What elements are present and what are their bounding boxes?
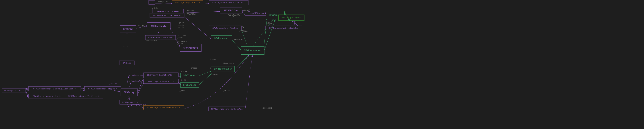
svg-text:SFXClusterHeap< T, Alloc >: SFXClusterHeap< T, Alloc > [68,95,100,97]
svg-line-64 [245,55,252,110]
svg-line-137 [26,89,28,89]
svg-line-5 [26,92,28,97]
svg-text:SFAArray: SFAArray [124,91,134,94]
svg-text:_distributer: _distributer [222,63,235,65]
svg-text:_dcontext: _dcontext [262,107,272,109]
svg-line-138 [26,90,28,96]
svg-text:_align: _align [266,23,272,25]
svg-text:_cache: _cache [180,71,187,73]
svg-text:SFYResponder: SFYResponder [244,49,261,52]
svg-text:SFXRGBColor::RGBRec: SFXRGBColor::RGBRec [156,11,180,13]
diagram-container: _buffer < CacheRecPtr > < NodeRecPtr > <… [0,0,644,129]
svg-text:_tracer: _tracer [190,67,197,69]
svg-text:SFXArray< CacheRecPtr >: SFXArray< CacheRecPtr > [147,74,175,76]
svg-text:SFYDistributer::ContextRec: SFYDistributer::ContextRec [211,108,242,110]
svg-text:_virtual: _virtual [177,35,186,37]
svg-text:SFYRenderer::ContextRec: SFYRenderer::ContextRec [153,15,181,17]
svg-text:_bound: _bound [239,30,246,32]
svg-text:_global: _global [178,22,185,24]
svg-text:T: T [151,2,152,4]
svg-text:SFXRGBColor: SFXRGBColor [224,9,238,12]
svg-line-4 [26,90,28,90]
svg-text:SFXArray< NodeRecPtr >: SFXArray< NodeRecPtr > [148,80,174,83]
svg-text:SFYTracer: SFYTracer [183,74,195,77]
svg-text:SFXArray< SFYResponderPtr >: SFXArray< SFYResponderPtr > [147,107,180,109]
svg-text:SFXRectangle: SFXRectangle [151,25,166,28]
svg-line-52 [232,40,241,51]
svg-text:_background: _background [227,14,239,16]
svg-text:< CacheRecPtr >: < CacheRecPtr > [129,75,145,77]
svg-text:_real: _real [177,37,183,39]
diagram-svg: _buffer < CacheRecPtr > < NodeRecPtr > <… [0,0,644,129]
svg-text:_node: _node [180,79,186,81]
svg-text:_rcontext: _rcontext [186,13,196,15]
svg-text:SFXGrid: SFXGrid [123,28,132,31]
svg-text:SFYImageWidget1: SFYImageWidget1 [282,17,301,19]
svg-text:_uclip: _uclip [177,27,184,29]
svg-text:SFXSize: SFXSize [122,62,131,64]
svg-line-54 [234,55,249,71]
svg-text:_renderer: _renderer [233,39,243,41]
svg-text:_buffer: _buffer [108,83,117,85]
svg-text:static_exception< SFCError >: static_exception< SFCError > [212,2,246,4]
svg-text:SFAClusterHeap< Alloc >: SFAClusterHeap< Alloc > [33,95,61,97]
svg-text:_child: _child [223,90,230,92]
svg-text:SFXArray< V >: SFXArray< V > [122,101,138,103]
svg-line-16 [138,82,144,94]
svg-text:SFYDistributer: SFYDistributer [214,68,232,70]
svg-text:_node: _node [179,90,185,92]
svg-text:render: render [187,10,194,12]
svg-text:SFAHeap< Alloc >: SFAHeap< Alloc > [4,90,24,92]
svg-text:SFAClusterHeap< SFODebugAlloca: SFAClusterHeap< SFODebugAllocator > [33,88,76,90]
svg-text:SFYResponder::FlagRec: SFYResponder::FlagRec [212,27,238,29]
svg-text:SFXClusterHeap< Uint32 >: SFXClusterHeap< Uint32 > [88,88,117,90]
svg-text:SFXGraphics: SFXGraphics [183,47,198,49]
svg-text:_utranslate: _utranslate [145,40,157,42]
svg-text:_size: _size [122,45,128,48]
svg-text:_origin: _origin [137,25,145,27]
svg-text:_exception: _exception [157,1,168,3]
svg-text:_tracer: _tracer [209,58,217,60]
svg-text:SFXGraphics::FontRec: SFXGraphics::FontRec [148,37,172,39]
svg-line-14 [138,76,144,93]
svg-text:SFYHandler: SFYHandler [183,84,196,86]
svg-text:_graphics: _graphics [177,41,187,43]
svg-text:_origin: _origin [150,7,158,9]
svg-text:_sclip: _sclip [177,24,184,26]
svg-text:static_exception< T >: static_exception< T > [175,2,200,4]
svg-text:SFYImageWidget::AlignRec: SFYImageWidget::AlignRec [269,27,298,29]
svg-line-43 [184,17,212,40]
svg-text:SFYRenderer: SFYRenderer [214,37,229,40]
